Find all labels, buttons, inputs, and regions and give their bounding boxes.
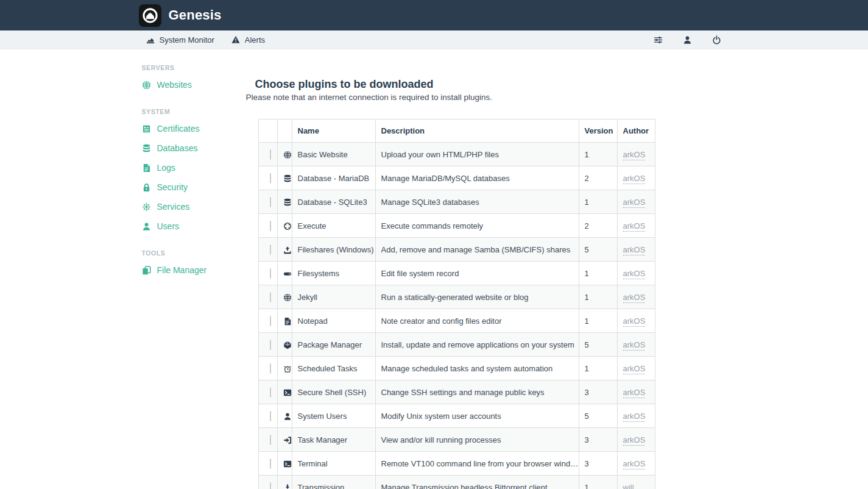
- plugin-author[interactable]: arkOS: [623, 293, 646, 303]
- plugin-description: Manage scheduled tasks and system automa…: [375, 357, 579, 380]
- alarm-icon: [283, 365, 292, 373]
- sidebar-item-certificates[interactable]: Certificates: [142, 119, 239, 138]
- sidebar-item-users[interactable]: Users: [142, 216, 239, 236]
- sidebar-item-file-manager[interactable]: File Manager: [142, 260, 239, 280]
- plugin-checkbox[interactable]: [270, 197, 271, 207]
- plugin-author[interactable]: arkOS: [623, 269, 646, 279]
- plugin-checkbox[interactable]: [270, 292, 271, 302]
- plugin-description: Install, update and remove applications …: [375, 333, 579, 357]
- plugin-name: System Users: [292, 404, 375, 428]
- plugin-name: Filesystems: [292, 262, 375, 285]
- plugin-checkbox[interactable]: [270, 459, 271, 469]
- plugin-checkbox[interactable]: [270, 363, 271, 374]
- sidebar-item-databases[interactable]: Databases: [142, 138, 239, 158]
- sidebar-item-label: Logs: [157, 163, 175, 173]
- plugin-name: Transmission: [292, 476, 375, 489]
- plugin-version: 1: [579, 309, 617, 333]
- chart-icon: [146, 35, 155, 44]
- plugin-author[interactable]: arkOS: [623, 459, 646, 469]
- table-row: JekyllRun a statically-generated website…: [258, 285, 655, 309]
- signin-icon: [283, 436, 292, 444]
- top-navbar: Genesis: [0, 0, 868, 30]
- user-icon: [142, 222, 151, 231]
- plugin-author[interactable]: arkOS: [623, 435, 646, 446]
- brand-title[interactable]: Genesis: [169, 7, 222, 23]
- sidebar: SERVERSWebsitesSYSTEMCertificatesDatabas…: [139, 49, 246, 280]
- plugin-checkbox[interactable]: [270, 268, 271, 279]
- plugin-author[interactable]: arkOS: [623, 174, 646, 184]
- column-header-name: Name: [292, 120, 375, 143]
- plugin-checkbox[interactable]: [270, 482, 271, 489]
- plugin-name: Secure Shell (SSH): [292, 380, 375, 404]
- column-header-author: Author: [617, 120, 655, 143]
- sidebar-item-logs[interactable]: Logs: [142, 158, 239, 177]
- plugin-checkbox[interactable]: [270, 221, 271, 231]
- sidebar-item-websites[interactable]: Websites: [142, 75, 239, 95]
- terminal-icon: [283, 460, 292, 468]
- plugin-description: Edit file system record: [375, 262, 579, 285]
- globe-icon: [142, 80, 151, 90]
- table-row: Scheduled TasksManage scheduled tasks an…: [258, 357, 655, 380]
- plugin-author[interactable]: arkOS: [623, 388, 646, 398]
- sidebar-group-label: SERVERS: [142, 64, 239, 71]
- plugin-checkbox[interactable]: [270, 435, 271, 445]
- account-icon[interactable]: [683, 35, 692, 45]
- arkos-logo-icon[interactable]: [139, 4, 161, 27]
- plugin-author[interactable]: will: [623, 483, 634, 489]
- plugin-author[interactable]: arkOS: [623, 245, 646, 255]
- plugin-author[interactable]: arkOS: [623, 364, 646, 374]
- plugin-author[interactable]: arkOS: [623, 340, 646, 351]
- plugin-version: 1: [579, 476, 617, 489]
- sidebar-item-label: Websites: [157, 80, 192, 90]
- cert-icon: [142, 124, 151, 134]
- subnav-item-label: Alerts: [245, 35, 265, 45]
- plugin-checkbox[interactable]: [270, 173, 271, 184]
- plugin-author[interactable]: arkOS: [623, 150, 646, 160]
- plugin-description: Manage Transmission headless Bittorrent …: [375, 476, 579, 489]
- plugin-version: 5: [579, 404, 617, 428]
- column-header-blank-1: [277, 120, 292, 143]
- plugins-table-header: NameDescriptionVersionAuthor: [258, 120, 655, 143]
- subnav-item-alerts[interactable]: Alerts: [231, 35, 265, 45]
- plugin-version: 1: [579, 262, 617, 285]
- subnav-item-system-monitor[interactable]: System Monitor: [146, 35, 214, 45]
- plugin-description: Change SSH settings and manage public ke…: [375, 380, 579, 404]
- plugin-name: Database - MariaDB: [292, 166, 375, 190]
- plugin-checkbox[interactable]: [270, 411, 271, 421]
- sidebar-item-services[interactable]: Services: [142, 197, 239, 216]
- plugin-checkbox[interactable]: [270, 245, 271, 255]
- subnav-item-label: System Monitor: [160, 35, 214, 45]
- table-row: Database - SQLite3Manage SQLite3 databas…: [258, 190, 655, 214]
- table-row: FilesystemsEdit file system record1arkOS: [258, 262, 655, 285]
- plugin-description: Execute commands remotely: [375, 214, 579, 238]
- plugin-version: 1: [579, 285, 617, 309]
- power-icon[interactable]: [712, 35, 721, 45]
- plugin-checkbox[interactable]: [270, 340, 271, 350]
- terminal-icon: [283, 388, 292, 397]
- plugin-checkbox[interactable]: [270, 387, 271, 398]
- hdd-icon: [283, 269, 292, 278]
- plugin-version: 5: [579, 333, 617, 357]
- plugin-version: 1: [579, 357, 617, 380]
- sidebar-item-security[interactable]: Security: [142, 177, 239, 197]
- table-row: Package ManagerInstall, update and remov…: [258, 333, 655, 357]
- plugin-name: Task Manager: [292, 428, 375, 452]
- sidebar-item-label: Security: [157, 182, 188, 192]
- sidebar-group-servers: SERVERSWebsites: [142, 64, 239, 95]
- plugin-version: 3: [579, 380, 617, 404]
- plugin-checkbox[interactable]: [270, 316, 271, 326]
- sidebar-group-label: SYSTEM: [142, 108, 239, 115]
- plugin-checkbox[interactable]: [270, 149, 271, 160]
- plugin-author[interactable]: arkOS: [623, 316, 646, 327]
- plugin-author[interactable]: arkOS: [623, 198, 646, 208]
- table-row: Task ManagerView and/or kill running pro…: [258, 428, 655, 452]
- sub-navbar: System MonitorAlerts: [0, 30, 868, 49]
- plugin-name: Execute: [292, 214, 375, 238]
- plugin-description: Manage SQLite3 databases: [375, 190, 579, 214]
- plugin-author[interactable]: arkOS: [623, 412, 646, 422]
- table-header-row: NameDescriptionVersionAuthor: [258, 120, 655, 143]
- plugin-author[interactable]: arkOS: [623, 221, 646, 232]
- sidebar-group-tools: TOOLSFile Manager: [142, 249, 239, 280]
- plugin-version: 2: [579, 166, 617, 190]
- settings-sliders-icon[interactable]: [654, 35, 663, 45]
